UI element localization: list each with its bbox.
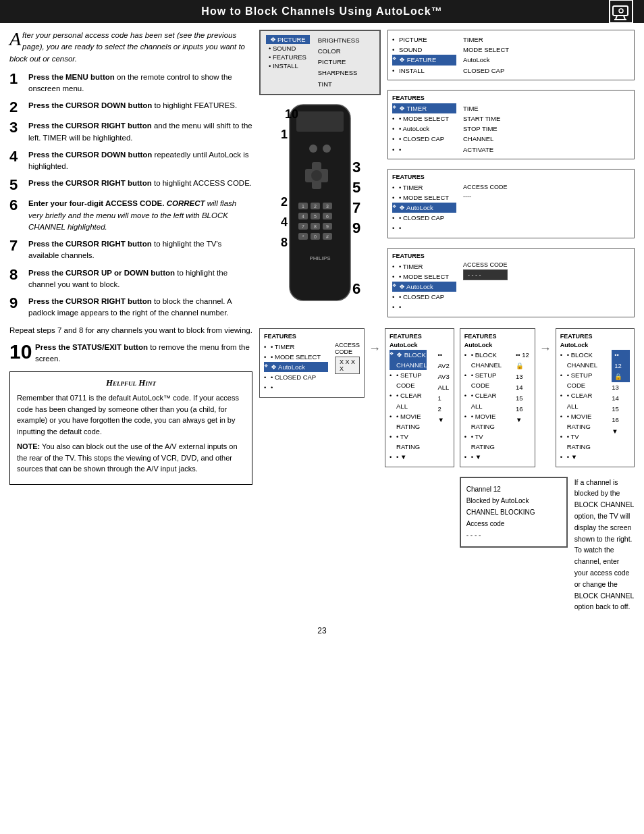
d7-r4: 15 (516, 393, 531, 404)
d8-mr: • MOVIE RATING (560, 411, 601, 432)
hint-para-2: NOTE: You also can block out the use of … (17, 441, 245, 475)
step-4-bold: Press the CURSOR DOWN button (28, 151, 152, 159)
step-2-bold: Press the CURSOR DOWN button (28, 101, 152, 109)
menu-diag-6-right: ACCESS CODE X X X X (335, 342, 360, 393)
d4-timer: • TIMER (392, 182, 456, 192)
d4-autolock: ❖ AutoLock (392, 203, 456, 213)
step-6-bold: Enter your four-digit ACCESS CODE. (28, 199, 164, 207)
svg-text:6: 6 (352, 280, 360, 297)
remote-svg: 1 2 3 4 5 6 7 8 9 * 0 # (259, 98, 381, 314)
menu-picture-selected: ❖ PICTURE (266, 35, 310, 44)
menu-diag-6b-left: ❖ BLOCK CHANNEL • SETUP CODE • CLEAR ALL… (390, 350, 427, 463)
step-num-5: 5 (9, 178, 28, 192)
d7-ca: • CLEAR ALL (464, 390, 505, 411)
page-wrapper: How to Block Channels Using AutoLock™ A … (0, 0, 644, 642)
d3-autolock: • AutoLock (392, 124, 456, 134)
d6b-bc: ❖ BLOCK CHANNEL (390, 350, 427, 370)
d6b-r1: •• AV2 (437, 350, 449, 371)
drop-cap: A (9, 30, 21, 49)
menu-diag-7: FEATURES AutoLock • BLOCK CHANNEL • SETU… (460, 328, 535, 467)
svg-text:8: 8 (281, 236, 288, 249)
blocked-area: Channel 12 Blocked by AutoLock CHANNEL B… (460, 477, 635, 613)
menu-diag-8-title: FEATURES (560, 333, 630, 340)
d3-r-activate: ACTIVATE (463, 145, 500, 155)
main-content: A fter your personal access code has bee… (0, 23, 644, 619)
menu-diag-4: FEATURES • TIMER • MODE SELECT ❖ AutoLoc… (387, 169, 635, 238)
svg-text:7: 7 (352, 199, 360, 216)
page-number-text: 23 (317, 626, 326, 635)
step-5: 5 Press the CURSOR RIGHT button to highl… (9, 178, 252, 192)
step-8: 8 Press the CURSOR UP or DOWN button to … (9, 267, 252, 291)
svg-text:*: * (302, 234, 304, 239)
svg-text:5: 5 (314, 214, 317, 219)
blocked-line-1: Channel 12 (466, 484, 561, 495)
main-menu-left: ❖ PICTURE • SOUND • FEATURES • INSTALL (266, 35, 310, 90)
d5-autolock: ❖ AutoLock (392, 282, 456, 292)
menu-diag-6-title: FEATURES (264, 333, 360, 340)
menu-tint: TINT (318, 79, 360, 90)
step-7: 7 Press the CURSOR RIGHT button to highl… (9, 238, 252, 262)
repeat-text: Repeat steps 7 and 8 for any channels yo… (9, 325, 252, 336)
svg-text:3: 3 (352, 159, 360, 176)
svg-text:3: 3 (326, 204, 329, 209)
menu-diagrams-stack: PICTURE SOUND ❖ FEATURE INSTALL TIMER MO… (387, 30, 635, 323)
step-text-10: Press the STATUS/EXIT button to remove t… (35, 342, 252, 365)
hint-box: Helpful Hint Remember that 0711 is the d… (9, 371, 252, 485)
svg-text:7: 7 (302, 224, 304, 229)
menu-diag-8-subtitle: AutoLock (560, 342, 630, 348)
menu-diag-6b: FEATURES AutoLock ❖ BLOCK CHANNEL • SETU… (385, 328, 454, 467)
remote-container: 1 2 3 4 5 6 7 8 9 * 0 # (259, 98, 381, 314)
step-text-9: Press the CURSOR RIGHT button to block t… (28, 296, 252, 319)
tv-menu-area: ❖ PICTURE • SOUND • FEATURES • INSTALL B… (259, 30, 381, 314)
svg-text:2: 2 (314, 204, 317, 209)
menus-7-8-row: FEATURES AutoLock • BLOCK CHANNEL • SETU… (460, 328, 635, 473)
d5-timer: • TIMER (392, 261, 456, 271)
d4-mode: • MODE SELECT (392, 192, 456, 203)
d7-r3: 14 (516, 382, 531, 393)
step-5-bold: Press the CURSOR RIGHT button (28, 179, 152, 187)
d6b-r4: 1 (437, 393, 449, 404)
d6b-r5: 2 (437, 404, 449, 415)
step-num-7: 7 (9, 238, 28, 253)
d7-tr: • TV RATING (464, 432, 505, 452)
d7-r5: 16 (516, 404, 531, 415)
menu-diag-7-subtitle: AutoLock (464, 342, 531, 348)
d5-mode: • MODE SELECT (392, 271, 456, 282)
menu-diag-5-right: ACCESS CODE - - - - (463, 261, 508, 313)
step-3: 3 Press the CURSOR RIGHT button and the … (9, 120, 252, 144)
d6b-r2: AV3 (437, 371, 449, 382)
d8-sc: • SETUP CODE (560, 370, 601, 390)
menu-color: COLOR (318, 46, 360, 57)
step-text-4: Press the CURSOR DOWN button repeatedly … (28, 149, 252, 173)
d8-r5: 16 (612, 415, 630, 425)
cursor-icon: ❖ (270, 36, 276, 43)
d6-timer: • TIMER (264, 342, 328, 352)
d6b-mr: • MOVIE RATING (390, 411, 427, 432)
menu-diag-7-title: FEATURES (464, 333, 531, 340)
step-num-1: 1 (9, 72, 28, 86)
step-1: 1 Press the MENU button on the remote co… (9, 72, 252, 95)
menu-diag-3-title: FEATURES (392, 95, 630, 101)
main-menu-display: ❖ PICTURE • SOUND • FEATURES • INSTALL B… (259, 30, 381, 95)
d2-feature: ❖ FEATURE (392, 55, 456, 65)
svg-text:PHILIPS: PHILIPS (309, 255, 331, 261)
menu-diag-6: FEATURES • TIMER • MODE SELECT ❖ AutoLoc… (259, 328, 365, 398)
step-2-rest: to highlight FEATURES. (155, 101, 238, 109)
menu-diag-7-left: • BLOCK CHANNEL • SETUP CODE • CLEAR ALL… (464, 350, 505, 463)
menu-diag-5-title: FEATURES (392, 253, 630, 259)
menu-diag-6b-subtitle: AutoLock (390, 342, 450, 348)
step-num-2: 2 (9, 100, 28, 115)
left-column: A fter your personal access code has bee… (9, 30, 252, 613)
step-3-bold: Press the CURSOR RIGHT button (28, 122, 152, 130)
d2-install: INSTALL (392, 66, 456, 76)
bottom-diagrams: FEATURES • TIMER • MODE SELECT ❖ AutoLoc… (259, 328, 635, 613)
d4-cc: • CLOSED CAP (392, 213, 456, 223)
menu-diag-6b-title: FEATURES (390, 333, 450, 340)
step-text-1: Press the MENU button on the remote cont… (28, 72, 252, 95)
d6-mode: • MODE SELECT (264, 352, 328, 362)
step-7-bold: Press the CURSOR RIGHT button (28, 240, 152, 248)
menu-diag-6-left: • TIMER • MODE SELECT ❖ AutoLock • CLOSE… (264, 342, 328, 393)
d8-tr: • TV RATING (560, 432, 601, 452)
main-menu-right: BRIGHTNESS COLOR PICTURE SHARPNESS TINT (318, 35, 360, 90)
menu-diag-3: FEATURES ❖ TIMER • MODE SELECT • AutoLoc… (387, 90, 635, 159)
